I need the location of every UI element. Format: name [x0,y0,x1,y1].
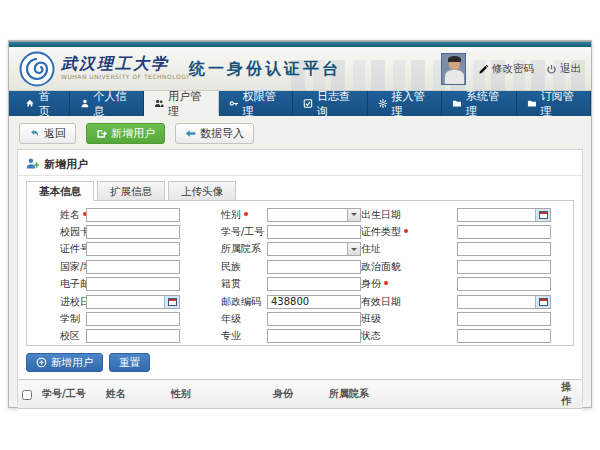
users-table-header-row: 学号/工号 姓名 性别 身份 所属院系 操作 [18,380,582,409]
col-header-name: 姓名 [102,380,167,409]
field-input[interactable] [86,208,180,222]
field-input-wrap [86,329,180,343]
nav-item[interactable]: 系统管理 [442,91,517,116]
nav-item-label: 权限管理 [242,89,282,119]
users-icon [154,98,164,109]
form-actions: 新增用户 重置 [26,353,582,372]
field-input[interactable] [86,329,180,343]
tab[interactable]: 基本信息 [26,181,94,201]
field-input-wrap [457,329,551,343]
field-label: 学号/工号 [180,225,267,239]
university-name-block: 武汉理工大学 WUHAN UNIVERSITY OF TECHNOLOGY [61,54,190,80]
field-input[interactable] [267,329,361,343]
nav-item[interactable]: 日志查询 [293,91,368,116]
app-window: 武汉理工大学 WUHAN UNIVERSITY OF TECHNOLOGY 统一… [8,40,592,408]
caret-down-icon[interactable] [347,243,360,255]
gear-icon [378,98,388,109]
tab[interactable]: 扩展信息 [97,181,165,201]
field-label: 班级 [361,312,457,326]
basic-info-form: 姓名 性别 [26,200,574,346]
submit-add-user-button[interactable]: 新增用户 [26,353,103,372]
field-input-wrap [86,225,180,239]
select-all-checkbox[interactable] [22,390,32,400]
field-input-wrap [86,208,180,222]
field-input-wrap [267,295,361,309]
field-input[interactable] [457,242,551,256]
header-user-area: 修改密码 退出 [441,47,581,91]
nav-item[interactable]: 个人信息 [70,91,145,116]
field-input-wrap [86,295,180,309]
nav-item[interactable]: 接入管理 [368,91,443,116]
calendar-icon[interactable] [164,296,179,308]
field-input[interactable] [267,277,361,291]
logout-link[interactable]: 退出 [546,62,581,76]
nav-item[interactable]: 权限管理 [219,91,294,116]
submit-add-user-label: 新增用户 [51,356,93,370]
nav-item[interactable]: 用户管理 [144,91,219,116]
users-table: 学号/工号 姓名 性别 身份 所属院系 操作 [18,379,582,420]
col-header-department: 所属院系 [325,380,557,409]
field-input[interactable] [267,312,361,326]
tab-label: 基本信息 [39,185,81,197]
new-user-panel: 新增用户 基本信息 扩展信息 上传头像 [17,149,583,403]
field-input[interactable] [457,225,551,239]
col-header-actions: 操作 [557,380,582,409]
nav-item[interactable]: 首页 [15,91,70,116]
field-input[interactable] [86,260,180,274]
calendar-icon[interactable] [535,209,550,221]
field-input[interactable] [267,295,361,309]
field-input[interactable] [457,312,551,326]
field-input-wrap [86,312,180,326]
home-icon [25,98,35,109]
form-tabs: 基本信息 扩展信息 上传头像 [26,181,582,201]
field-input[interactable] [457,277,551,291]
reset-button-label: 重置 [119,356,140,370]
nav-item-label: 接入管理 [391,89,431,119]
field-input-wrap [457,277,551,291]
nav-item-label: 用户管理 [168,89,208,119]
field-input-wrap [267,260,361,274]
field-label: 政治面貌 [361,260,457,274]
user-add-icon [26,157,39,170]
university-logo-icon [19,51,55,87]
field-input-wrap [267,329,361,343]
field-input[interactable] [86,225,180,239]
field-input[interactable] [86,242,180,256]
caret-down-icon[interactable] [347,209,360,221]
field-input[interactable] [267,225,361,239]
field-input[interactable] [86,277,180,291]
required-marker [384,281,388,285]
reset-button[interactable]: 重置 [109,353,150,372]
nav-item-label: 首页 [39,89,59,119]
field-input[interactable] [457,260,551,274]
folder-icon [527,98,537,109]
user-avatar[interactable] [441,53,466,85]
add-user-toolbar-button[interactable]: 新增用户 [86,123,165,144]
calendar-icon[interactable] [535,296,550,308]
field-label: 有效日期 [361,295,457,309]
change-password-link[interactable]: 修改密码 [478,62,534,76]
field-input[interactable] [86,312,180,326]
field-label: 民族 [180,260,267,274]
field-label: 专业 [180,329,267,343]
field-input[interactable] [457,329,551,343]
section-title-label: 新增用户 [44,157,88,172]
back-button[interactable]: 返回 [19,123,76,144]
field-label: 校园卡号 [31,225,86,239]
field-label: 电子邮箱 [31,277,86,291]
field-input-wrap [267,312,361,326]
plus-circle-icon [36,357,47,368]
field-label: 性别 [180,208,267,222]
nav-item-label: 订阅管理 [540,89,580,119]
log-icon [303,98,313,109]
user-icon [80,98,90,109]
nav-item[interactable]: 订阅管理 [517,91,592,116]
change-password-label: 修改密码 [492,62,534,76]
data-import-button[interactable]: 数据导入 [175,123,254,144]
undo-icon [29,128,40,139]
folder-icon [452,98,462,109]
col-header-id: 学号/工号 [38,380,102,409]
nav-item-label: 个人信息 [93,89,133,119]
tab[interactable]: 上传头像 [168,181,236,201]
field-input[interactable] [267,260,361,274]
